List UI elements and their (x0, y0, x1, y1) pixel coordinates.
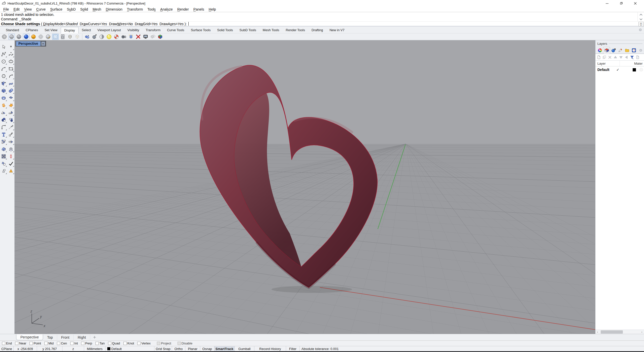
toolbar-tab-viewport-layout[interactable]: Viewport Layout (94, 27, 124, 33)
viewport-menu-arrow[interactable]: ▾ (41, 41, 45, 46)
report-icon[interactable] (635, 55, 640, 59)
panel-tab-help-icon[interactable]: ? (630, 47, 637, 54)
toolbar-tab-subd-tools[interactable]: SubD Tools (236, 27, 259, 33)
toolbar-tab-transform[interactable]: Transform (142, 27, 164, 33)
trim-icon[interactable] (0, 109, 7, 116)
shaded-view-icon[interactable] (8, 34, 15, 40)
copy-icon[interactable] (0, 138, 7, 145)
menu-file[interactable]: File (1, 7, 11, 12)
patch-icon[interactable] (8, 94, 14, 102)
rotate-view-icon[interactable] (84, 34, 90, 40)
osnap-point[interactable]: Point (29, 341, 41, 345)
scroll-right-arrow[interactable]: › (640, 331, 644, 333)
menu-mesh[interactable]: Mesh (90, 7, 104, 12)
toolbar-tab-cplanes[interactable]: CPlanes (22, 27, 41, 33)
scroll-thumb[interactable] (601, 330, 623, 334)
menu-help[interactable]: Help (207, 7, 218, 12)
osnap-project[interactable]: Project (157, 341, 171, 345)
status-gumball[interactable]: Gumball (235, 346, 254, 351)
panel-tab-materials-icon[interactable] (610, 47, 617, 54)
boolean-difference-icon[interactable] (8, 116, 14, 124)
toolbar-tab-render-tools[interactable]: Render Tools (283, 27, 308, 33)
menu-analyze[interactable]: Analyze (158, 7, 175, 12)
rendered-view-icon[interactable] (23, 34, 29, 40)
surface-curves-icon[interactable] (8, 80, 14, 87)
ellipse-icon[interactable] (8, 58, 14, 65)
viewport-tab-front[interactable]: Front (57, 335, 74, 340)
panel-tab-layers-icon[interactable] (603, 47, 610, 54)
arctic-view-icon[interactable] (52, 34, 59, 40)
toolbar-tab-solid-tools[interactable]: Solid Tools (214, 27, 236, 33)
menu-dimension[interactable]: Dimension (104, 7, 125, 12)
menu-edit[interactable]: Edit (11, 7, 22, 12)
osnap-quad[interactable]: Quad (108, 341, 120, 345)
pen-view-icon[interactable] (74, 34, 81, 40)
render-cube-icon[interactable] (157, 34, 163, 40)
point-icon[interactable] (8, 43, 14, 51)
dimension-icon[interactable] (8, 153, 14, 160)
toolbar-tab-set-view[interactable]: Set View (41, 27, 61, 33)
osnap-checkbox-end[interactable] (2, 342, 5, 345)
delete-layer-icon[interactable] (607, 55, 612, 59)
box-icon[interactable] (0, 87, 7, 94)
status-cplane[interactable]: CPlane (0, 346, 14, 351)
artistic-view-icon[interactable] (45, 34, 51, 40)
shaded-flat-view-icon[interactable] (16, 34, 22, 40)
toolbar-tab-select[interactable]: Select (79, 27, 94, 33)
wire-cube-icon[interactable] (150, 34, 156, 40)
osnap-checkbox-near[interactable] (15, 342, 18, 345)
osnap-cen[interactable]: Cen (57, 341, 67, 345)
command-history[interactable]: 1 closed mesh added to selection. Comman… (0, 12, 644, 21)
toolbar-gear-icon[interactable] (638, 28, 642, 32)
smash-icon[interactable] (8, 102, 14, 109)
wireframe-view-icon[interactable] (1, 34, 8, 40)
status-smarttrack[interactable]: SmartTrack (214, 346, 235, 351)
viewport-title[interactable]: Perspective (16, 41, 41, 46)
fillet-edge-icon[interactable] (0, 145, 7, 153)
glow-sphere-icon[interactable] (106, 34, 112, 40)
osnap-checkbox-tan[interactable] (95, 342, 99, 345)
half-shade-sphere-icon[interactable] (98, 34, 105, 40)
freeform-curve-icon[interactable] (8, 72, 14, 80)
scroll-up-icon[interactable] (639, 14, 642, 16)
menu-surface[interactable]: Surface (48, 7, 64, 12)
osnap-checkbox-knot[interactable] (123, 342, 127, 345)
axes-sphere-icon[interactable] (113, 34, 120, 40)
prompt-option-drawgrid[interactable]: DrawGrid=Yes (135, 22, 158, 26)
current-layer-check[interactable]: ✓ (614, 68, 622, 72)
select-arrow-icon[interactable] (0, 43, 7, 51)
menu-subd[interactable]: SubD (64, 7, 78, 12)
viewport-canvas[interactable]: z y x (15, 40, 595, 334)
pyramid-icon[interactable] (8, 167, 14, 175)
status-record-history[interactable]: Record History (254, 346, 286, 351)
osnap-checkbox-cen[interactable] (57, 342, 60, 345)
new-layer-icon[interactable] (596, 55, 601, 59)
filter-icon[interactable] (630, 55, 634, 59)
osnap-mid[interactable]: Mid (44, 341, 54, 345)
polygon-icon[interactable] (0, 72, 7, 80)
menu-curve[interactable]: Curve (34, 7, 48, 12)
boolean-union-icon[interactable] (0, 116, 7, 124)
status-filter[interactable]: Filter (286, 346, 300, 351)
explode-icon[interactable] (0, 102, 7, 109)
osnap-perp[interactable]: Perp (81, 341, 92, 345)
menu-solid[interactable]: Solid (78, 7, 90, 12)
spin-view-icon[interactable] (91, 34, 98, 40)
arc-icon[interactable] (0, 65, 7, 72)
control-curve-icon[interactable] (8, 51, 14, 58)
circle-icon[interactable] (0, 58, 7, 65)
status-millimeters[interactable]: Millimeters (84, 346, 106, 351)
status-planar[interactable]: Planar (185, 346, 200, 351)
layer-name[interactable]: Default (595, 68, 614, 72)
move-left-icon[interactable] (624, 55, 629, 59)
toolbar-tab-surface-tools[interactable]: Surface Tools (188, 27, 214, 33)
panel-tab-files-folder-icon[interactable] (624, 47, 630, 54)
osnap-end[interactable]: End (2, 341, 12, 345)
layer-material-swatch[interactable] (639, 68, 643, 71)
rectangle-icon[interactable] (8, 65, 14, 72)
menu-panels[interactable]: Panels (191, 7, 207, 12)
minimize-button[interactable] (603, 1, 611, 6)
new-viewport-tab-button[interactable] (93, 335, 97, 339)
sphere-icon[interactable] (8, 87, 14, 94)
mirror-icon[interactable] (8, 138, 14, 145)
